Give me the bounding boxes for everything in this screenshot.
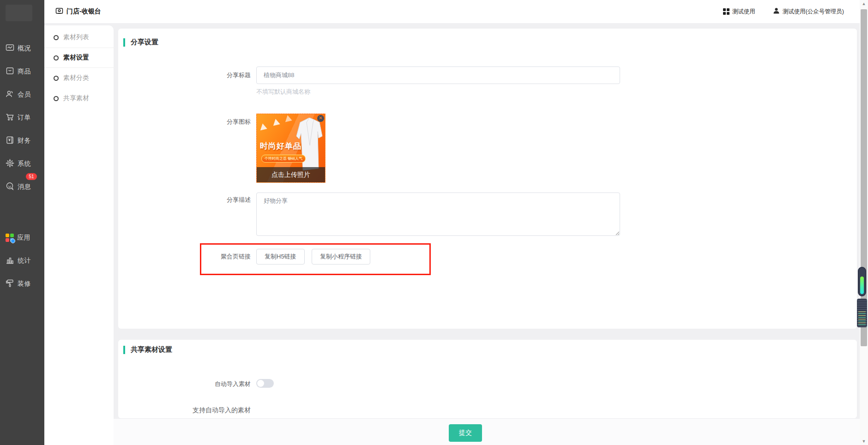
share-icon-label: 分享图标 xyxy=(118,118,251,126)
share-icon-uploader[interactable]: 时尚好单品 个性时尚之选 畅销人气 点击上传照片 ✕ xyxy=(256,114,326,183)
members-icon xyxy=(6,90,14,100)
submenu-item-label: 素材分类 xyxy=(63,74,89,82)
aggregate-link-label: 聚合页链接 xyxy=(118,249,251,265)
submenu-item-material-category[interactable]: 素材分类 xyxy=(44,68,114,88)
header-right: 测试使用 测试使用(公众号管理员) xyxy=(723,7,860,16)
sidebar-item-orders[interactable]: 订单 xyxy=(0,106,44,129)
share-desc-label: 分享描述 xyxy=(118,196,251,204)
vertical-scrollbar[interactable]: ▲ ▼ xyxy=(860,0,868,445)
share-title-hint: 不填写默认商城名称 xyxy=(256,88,310,96)
circle-icon xyxy=(54,35,59,40)
workspace-label: 测试使用 xyxy=(732,8,755,16)
message-icon xyxy=(6,182,14,192)
scroll-down-icon[interactable]: ▼ xyxy=(860,439,868,444)
grid-icon xyxy=(723,8,729,15)
sidebar-item-finance[interactable]: 财务 xyxy=(0,129,44,152)
upload-overlay[interactable]: 点击上传照片 xyxy=(257,167,325,182)
submenu-item-label: 素材设置 xyxy=(63,54,89,62)
app-root: 概况 商品 会员 订单 财务 系统 xyxy=(0,0,868,445)
sidebar-item-label: 订单 xyxy=(18,114,31,122)
promo-badge: 个性时尚之选 畅销人气 xyxy=(261,155,306,162)
overview-icon xyxy=(6,43,14,54)
submenu-item-label: 素材列表 xyxy=(63,33,89,42)
stats-icon xyxy=(6,256,14,266)
sidebar-item-label: 财务 xyxy=(18,137,31,145)
copy-miniprogram-link-button[interactable]: 复制小程序链接 xyxy=(312,249,370,265)
sidebar-item-message[interactable]: 消息 51 xyxy=(0,175,44,198)
section-title-text: 共享素材设置 xyxy=(131,345,172,354)
circle-icon xyxy=(54,76,59,81)
store-icon xyxy=(55,7,63,17)
user-menu[interactable]: 测试使用(公众号管理员) xyxy=(773,7,844,16)
submenu-item-label: 共享素材 xyxy=(63,94,89,102)
extension-meter-pill xyxy=(858,267,866,296)
copy-h5-link-button[interactable]: 复制H5链接 xyxy=(256,249,305,265)
sidebar-item-label: 商品 xyxy=(18,67,31,76)
section-title-shared: 共享素材设置 xyxy=(123,345,172,354)
share-desc-textarea[interactable]: 好物分享 xyxy=(256,192,620,236)
section-title-text: 分享设置 xyxy=(131,38,158,47)
submenu-item-material-settings[interactable]: 素材设置 xyxy=(44,48,114,68)
meter-lines xyxy=(858,312,866,325)
share-settings-panel: 分享设置 分享标题 不填写默认商城名称 分享图标 时尚好单品 个性时尚之选 畅销… xyxy=(118,29,857,329)
sidebar-item-label: 应用 xyxy=(17,234,30,242)
section-accent-bar xyxy=(123,346,125,354)
sidebar-item-goods[interactable]: 商品 xyxy=(0,60,44,83)
decorate-icon xyxy=(6,279,14,289)
meter-fill xyxy=(860,277,864,294)
sidebar-item-label: 会员 xyxy=(18,90,31,99)
sidebar-item-label: 装修 xyxy=(18,280,31,288)
system-icon xyxy=(6,159,14,169)
sidebar-item-label: 概况 xyxy=(18,44,31,53)
message-count-badge: 51 xyxy=(26,173,37,180)
section-title-share: 分享设置 xyxy=(123,38,158,47)
auto-import-label: 自动导入素材 xyxy=(118,379,251,388)
submit-button[interactable]: 提交 xyxy=(449,424,482,442)
sidebar-item-decorate[interactable]: 装修 xyxy=(0,272,44,295)
shared-material-panel: 共享素材设置 自动导入素材 支持自动导入的素材 xyxy=(118,340,857,418)
sidebar-item-stats[interactable]: 统计 xyxy=(0,249,44,272)
workspace-switcher[interactable]: 测试使用 xyxy=(723,8,755,16)
share-title-input[interactable] xyxy=(256,66,620,84)
sidebar-item-members[interactable]: 会员 xyxy=(0,83,44,106)
orders-icon xyxy=(6,113,14,123)
user-icon xyxy=(773,7,780,16)
section-accent-bar xyxy=(123,38,125,47)
sidebar-item-apps[interactable]: 应用 xyxy=(0,226,44,249)
promo-headline: 时尚好单品 xyxy=(260,141,301,151)
page-title: 门店-收银台 xyxy=(66,7,101,16)
sidebar-item-system[interactable]: 系统 xyxy=(0,152,44,175)
sidebar-item-label: 消息 xyxy=(18,183,31,191)
toggle-knob xyxy=(257,380,264,387)
remove-image-button[interactable]: ✕ xyxy=(317,115,324,122)
submit-bar: 提交 xyxy=(114,418,860,445)
page-title-wrap: 门店-收银台 xyxy=(55,7,101,17)
goods-icon xyxy=(6,66,14,77)
circle-icon xyxy=(54,55,59,60)
extension-meter-bars xyxy=(857,299,867,327)
auto-import-toggle[interactable] xyxy=(256,379,274,388)
circle-icon xyxy=(54,96,59,101)
scroll-up-icon[interactable]: ▲ xyxy=(860,1,868,6)
user-label: 测试使用(公众号管理员) xyxy=(783,8,844,16)
submenu-item-shared-material[interactable]: 共享素材 xyxy=(44,88,114,108)
top-header: 门店-收银台 测试使用 测试使用(公众号管理员) xyxy=(44,0,860,23)
sidebar-item-label: 统计 xyxy=(18,257,31,265)
share-title-label: 分享标题 xyxy=(118,66,251,84)
main-nav: 概况 商品 会员 订单 财务 系统 xyxy=(0,37,44,295)
submenu-item-material-list[interactable]: 素材列表 xyxy=(44,27,114,48)
sidebar-item-label: 系统 xyxy=(18,160,31,168)
logo-placeholder xyxy=(6,5,32,21)
sidebar-item-overview[interactable]: 概况 xyxy=(0,37,44,60)
submenu-panel: 素材列表 素材设置 素材分类 共享素材 xyxy=(44,25,114,445)
apps-icon xyxy=(6,234,14,242)
main-sidebar: 概况 商品 会员 订单 财务 系统 xyxy=(0,0,44,445)
auto-import-support-text: 支持自动导入的素材 xyxy=(193,406,251,415)
finance-icon xyxy=(6,136,14,146)
